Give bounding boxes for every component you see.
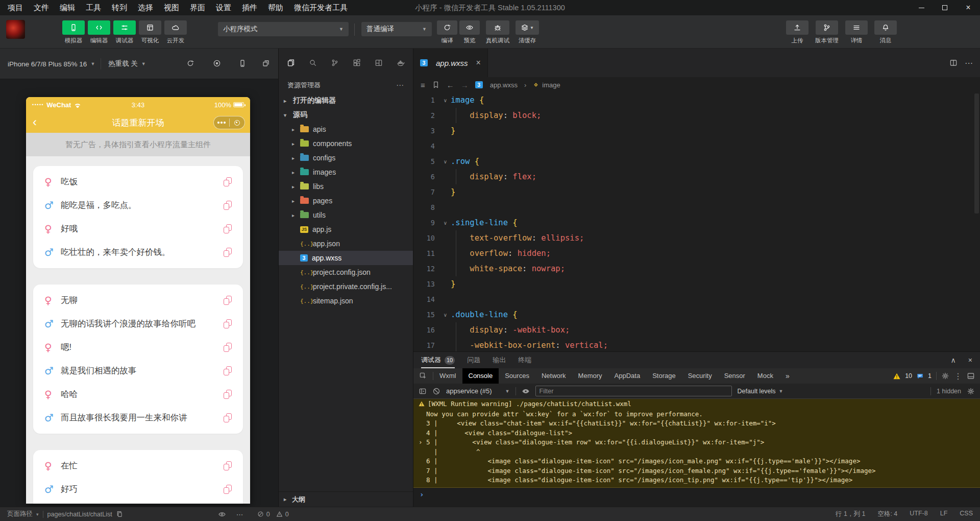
files-icon[interactable] <box>287 59 295 67</box>
minimize-button[interactable] <box>910 0 933 15</box>
close-panel-icon[interactable]: × <box>968 356 972 364</box>
chat-row[interactable]: ♀好哦 <box>33 217 243 241</box>
menu-item[interactable]: 项目 <box>8 3 23 13</box>
chat-row[interactable]: ♀在忙 <box>33 454 243 478</box>
copy-icon[interactable] <box>224 485 232 494</box>
menu-item[interactable]: 选择 <box>138 3 153 13</box>
menu-item[interactable]: 微信开发者工具 <box>294 3 348 13</box>
status-item[interactable]: CSS <box>960 510 973 518</box>
copy-icon[interactable] <box>224 248 232 257</box>
tree-folder[interactable]: ▸components <box>279 136 413 151</box>
status-item[interactable]: LF <box>940 510 948 518</box>
tree-folder[interactable]: ▸apis <box>279 122 413 136</box>
extensions-icon[interactable] <box>353 59 361 67</box>
menu-item[interactable]: 视图 <box>164 3 179 13</box>
preview-eye-icon[interactable] <box>218 510 226 518</box>
console-output[interactable]: [WXML Runtime warning] ./pages/chatList/… <box>413 399 980 507</box>
back-chevron-icon[interactable]: ‹ <box>33 114 37 130</box>
copy-icon[interactable] <box>224 177 232 186</box>
toolbar-button-refresh[interactable]: 编译 <box>437 20 457 44</box>
more-menu-icon[interactable] <box>214 122 229 124</box>
tree-file[interactable]: {..}app.json <box>279 236 413 251</box>
devtools-tab-mock[interactable]: Mock <box>751 368 779 384</box>
debugger-panel-tab[interactable]: 问题 <box>467 352 480 368</box>
tree-file[interactable]: {..}project.private.config.js... <box>279 279 413 294</box>
maximize-button[interactable] <box>933 0 957 15</box>
hidden-messages-label[interactable]: 1 hidden <box>937 388 961 395</box>
toolbar-button-bug[interactable]: 真机调试 <box>486 20 509 44</box>
dock-panel-icon[interactable] <box>967 372 975 380</box>
chat-row[interactable]: ♂好巧 <box>33 478 243 501</box>
copy-icon[interactable] <box>224 343 232 352</box>
tree-folder[interactable]: ▸pages <box>279 194 413 208</box>
menu-item[interactable]: 编辑 <box>60 3 75 13</box>
tree-file[interactable]: 3app.wxss <box>279 251 413 265</box>
devtools-tab-console[interactable]: Console <box>462 368 499 384</box>
chat-row[interactable]: ♂能吃是福，多吃点。 <box>33 194 243 217</box>
exit-target-icon[interactable] <box>230 120 245 126</box>
navigate-back-icon[interactable]: ← <box>447 81 454 89</box>
toolbar-button-upload[interactable]: 上传 <box>786 20 808 44</box>
toolbar-button-layers[interactable]: ▼清缓存 <box>516 20 539 44</box>
project-avatar[interactable] <box>6 20 25 39</box>
devtools-tab-security[interactable]: Security <box>682 368 718 384</box>
editor-tab[interactable]: 3 app.wxss × <box>413 49 488 77</box>
status-item[interactable]: UTF-8 <box>910 510 927 518</box>
copy-icon[interactable] <box>224 201 232 210</box>
tabs-overflow-icon[interactable]: » <box>779 368 796 384</box>
device-select[interactable]: iPhone 6/7/8 Plus 85% 16 ▼ <box>8 49 95 79</box>
search-icon[interactable] <box>309 59 317 67</box>
hot-reload-toggle[interactable]: 热重载 关 ▼ <box>108 49 146 79</box>
devtools-tab-network[interactable]: Network <box>535 368 572 384</box>
current-page-path[interactable]: pages/chatList/chatList <box>47 511 112 518</box>
toolbar-button-tune[interactable]: 调试器 <box>113 20 136 44</box>
bookmark-icon[interactable] <box>432 81 440 89</box>
page-path-select[interactable]: 页面路径 ▾ <box>7 510 39 518</box>
toolbar-button-layout[interactable]: 可视化 <box>139 20 161 44</box>
toolbar-button-branch[interactable]: 版本管理 <box>815 20 839 44</box>
copy-icon[interactable] <box>224 366 232 375</box>
layout-preview-icon[interactable] <box>375 59 383 67</box>
devtools-tab-memory[interactable]: Memory <box>572 368 608 384</box>
navigate-forward-icon[interactable]: → <box>461 81 469 89</box>
breadcrumb-file[interactable]: 3 app.wxss <box>475 81 518 89</box>
toolbar-button-code[interactable]: 编辑器 <box>88 20 110 44</box>
chat-row[interactable]: ♂无聊的话我讲个浪漫的故事给你听吧 <box>33 312 243 336</box>
mode-select[interactable]: 小程序模式 ▼ <box>218 22 349 36</box>
compile-mode-select[interactable]: 普通编译 ▼ <box>361 22 432 36</box>
device-view-icon[interactable] <box>238 59 247 67</box>
toolbar-button-cloud[interactable]: 云开发 <box>164 20 187 44</box>
fold-icon[interactable]: ∨ <box>440 312 451 318</box>
console-sidebar-icon[interactable] <box>419 387 427 395</box>
breadcrumb-symbol[interactable]: image <box>533 81 560 89</box>
status-item[interactable]: 行 1，列 1 <box>836 510 865 518</box>
execution-context-select[interactable]: appservice (#5) ▼ <box>446 387 510 395</box>
copy-icon[interactable] <box>224 296 232 305</box>
copy-icon[interactable] <box>224 413 232 422</box>
fold-icon[interactable]: ∨ <box>440 98 451 103</box>
tree-file[interactable]: {..}project.config.json <box>279 265 413 279</box>
tree-folder[interactable]: ▸libs <box>279 179 413 194</box>
chat-row[interactable]: ♀ <box>33 501 243 504</box>
toolbar-button-phone[interactable]: 模拟器 <box>62 20 85 44</box>
devtools-tab-sources[interactable]: Sources <box>499 368 535 384</box>
collapse-panel-icon[interactable]: ∧ <box>951 356 956 364</box>
copy-icon[interactable] <box>224 224 232 233</box>
problems-summary[interactable]: 0 0 <box>257 511 292 518</box>
message-icon[interactable] <box>917 373 923 380</box>
split-editor-icon[interactable] <box>949 59 958 67</box>
chat-row[interactable]: ♂吃壮壮的，来年卖个好价钱。 <box>33 241 243 264</box>
chat-row[interactable]: ♀吃饭 <box>33 170 243 194</box>
toolbar-button-menu[interactable]: 详情 <box>845 20 868 44</box>
copy-icon[interactable] <box>224 390 232 399</box>
tree-folder[interactable]: ▸utils <box>279 208 413 222</box>
copy-path-icon[interactable] <box>116 511 123 517</box>
chat-row[interactable]: ♂就是我们相遇的故事 <box>33 359 243 383</box>
close-button[interactable]: × <box>957 0 980 15</box>
editor-more-icon[interactable]: ⋯ <box>965 58 973 68</box>
outline-section[interactable]: ▸ 大纲 <box>279 491 413 507</box>
menu-item[interactable]: 帮助 <box>268 3 283 13</box>
menu-item[interactable]: 文件 <box>34 3 49 13</box>
code-editor[interactable]: 1∨image {2 display: block;3}45∨.row {6 d… <box>413 92 980 351</box>
devtools-tab-sensor[interactable]: Sensor <box>718 368 751 384</box>
